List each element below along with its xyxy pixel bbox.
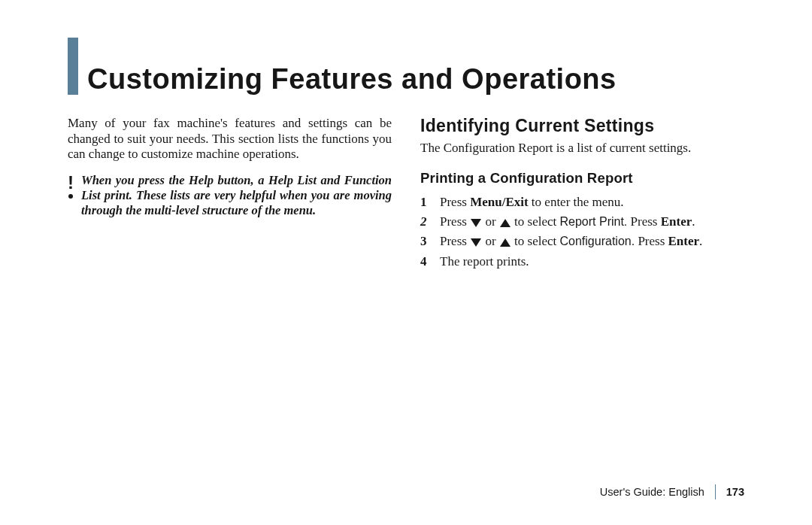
step-body: The report prints. bbox=[440, 252, 744, 272]
step-text: or bbox=[482, 214, 499, 229]
step-4: 4 The report prints. bbox=[420, 252, 744, 272]
step-number: 1 bbox=[420, 193, 431, 212]
step-text: Press bbox=[635, 234, 668, 248]
dot-icon bbox=[68, 194, 73, 199]
note-text: When you press the Help button, a Help L… bbox=[81, 173, 392, 218]
subsection-heading: Printing a Configuration Report bbox=[420, 170, 744, 187]
triangle-down-icon bbox=[471, 219, 481, 227]
step-1: 1 Press Menu/Exit to enter the menu. bbox=[420, 193, 744, 212]
step-body: Press or to select Configuration. Press … bbox=[440, 232, 744, 251]
step-text: to enter the menu. bbox=[529, 195, 624, 209]
step-sans: Configuration. bbox=[560, 235, 635, 247]
left-column: Many of your fax machine's features and … bbox=[68, 116, 392, 272]
triangle-up-icon bbox=[500, 238, 511, 247]
step-number: 3 bbox=[420, 232, 431, 251]
step-text: to select bbox=[511, 214, 560, 229]
page-footer: User's Guide: English 173 bbox=[600, 484, 744, 499]
step-number: 2 bbox=[420, 212, 431, 232]
chapter-title-row: Customizing Features and Operations bbox=[68, 38, 744, 95]
right-column: Identifying Current Settings The Configu… bbox=[420, 116, 744, 272]
step-sans: Report Print. bbox=[560, 215, 628, 228]
step-text: Press bbox=[440, 195, 470, 209]
step-bold: Menu/Exit bbox=[470, 195, 528, 209]
step-bold: Enter bbox=[661, 214, 692, 229]
step-bold: Enter bbox=[668, 234, 700, 248]
footer-guide: User's Guide: English bbox=[600, 486, 704, 498]
step-text: or bbox=[482, 234, 499, 248]
triangle-up-icon bbox=[500, 219, 511, 227]
step-text: Press bbox=[440, 214, 470, 229]
step-text: to select bbox=[511, 234, 560, 248]
footer-page-number: 173 bbox=[726, 486, 744, 498]
step-body: Press or to select Report Print. Press E… bbox=[440, 212, 744, 232]
step-text: Press bbox=[627, 214, 660, 229]
section-intro: The Configuration Report is a list of cu… bbox=[420, 141, 744, 156]
intro-paragraph: Many of your fax machine's features and … bbox=[68, 116, 392, 162]
step-body: Press Menu/Exit to enter the menu. bbox=[440, 193, 744, 212]
section-heading: Identifying Current Settings bbox=[420, 116, 744, 136]
note-callout: ! When you press the Help button, a Help… bbox=[68, 173, 392, 218]
triangle-down-icon bbox=[471, 238, 481, 247]
exclamation-icon: ! bbox=[68, 174, 74, 191]
steps-list: 1 Press Menu/Exit to enter the menu. 2 P… bbox=[420, 193, 744, 272]
chapter-title: Customizing Features and Operations bbox=[87, 65, 617, 95]
step-text: Press bbox=[440, 234, 470, 248]
footer-divider bbox=[715, 484, 716, 499]
title-accent-bar bbox=[68, 38, 78, 95]
attention-icon: ! bbox=[68, 173, 74, 199]
step-3: 3 Press or to select Configuration. Pres… bbox=[420, 232, 744, 251]
step-2: 2 Press or to select Report Print. Press… bbox=[420, 212, 744, 232]
step-number: 4 bbox=[420, 252, 431, 272]
